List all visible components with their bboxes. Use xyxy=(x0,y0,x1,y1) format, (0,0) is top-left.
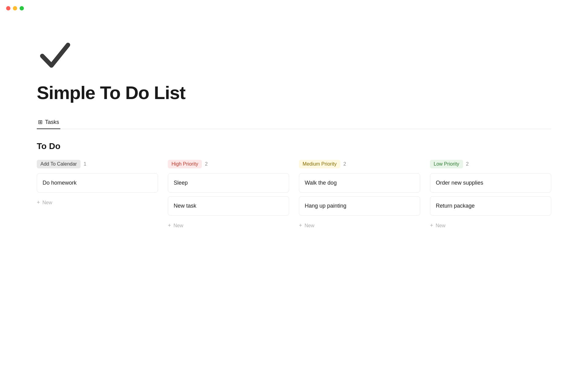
page-icon xyxy=(37,37,551,75)
column-header-high: High Priority 2 xyxy=(168,160,289,168)
column-header-low: Low Priority 2 xyxy=(430,160,551,168)
plus-icon: + xyxy=(37,199,40,206)
column-high-priority: High Priority 2 Sleep New task + New xyxy=(168,160,289,231)
new-button-high[interactable]: + New xyxy=(168,220,289,231)
tab-tasks[interactable]: ⊞ Tasks xyxy=(37,116,60,129)
card-order-new-supplies[interactable]: Order new supplies xyxy=(430,173,551,193)
new-label-high: New xyxy=(174,223,183,228)
plus-icon-high: + xyxy=(168,222,171,229)
tag-high-priority: High Priority xyxy=(168,160,202,168)
plus-icon-medium: + xyxy=(299,222,302,229)
tab-bar: ⊞ Tasks xyxy=(37,116,551,129)
column-low-priority: Low Priority 2 Order new supplies Return… xyxy=(430,160,551,231)
count-medium: 2 xyxy=(343,161,346,167)
card-do-homework[interactable]: Do homework xyxy=(37,173,158,193)
traffic-lights xyxy=(6,6,24,10)
column-header-calendar: Add To Calendar 1 xyxy=(37,160,158,168)
table-icon: ⊞ xyxy=(38,119,43,125)
count-low: 2 xyxy=(466,161,469,167)
card-sleep[interactable]: Sleep xyxy=(168,173,289,193)
column-header-medium: Medium Priority 2 xyxy=(299,160,420,168)
close-button[interactable] xyxy=(6,6,10,10)
kanban-board: Add To Calendar 1 Do homework + New High… xyxy=(37,160,551,231)
card-new-task[interactable]: New task xyxy=(168,196,289,216)
count-calendar: 1 xyxy=(84,161,86,167)
new-button-calendar[interactable]: + New xyxy=(37,197,158,208)
new-label-low: New xyxy=(436,223,446,228)
card-return-package[interactable]: Return package xyxy=(430,196,551,216)
card-hang-up-painting[interactable]: Hang up painting xyxy=(299,196,420,216)
minimize-button[interactable] xyxy=(13,6,17,10)
new-label-calendar: New xyxy=(43,200,52,205)
maximize-button[interactable] xyxy=(20,6,24,10)
main-content: Simple To Do List ⊞ Tasks To Do Add To C… xyxy=(0,0,588,255)
plus-icon-low: + xyxy=(430,222,433,229)
page-title: Simple To Do List xyxy=(37,82,551,103)
new-label-medium: New xyxy=(305,223,315,228)
tag-add-to-calendar: Add To Calendar xyxy=(37,160,81,168)
new-button-low[interactable]: + New xyxy=(430,220,551,231)
card-walk-the-dog[interactable]: Walk the dog xyxy=(299,173,420,193)
section-title: To Do xyxy=(37,141,551,151)
tab-tasks-label: Tasks xyxy=(45,119,59,125)
count-high: 2 xyxy=(205,161,208,167)
column-add-to-calendar: Add To Calendar 1 Do homework + New xyxy=(37,160,158,231)
column-medium-priority: Medium Priority 2 Walk the dog Hang up p… xyxy=(299,160,420,231)
new-button-medium[interactable]: + New xyxy=(299,220,420,231)
tag-medium-priority: Medium Priority xyxy=(299,160,340,168)
tag-low-priority: Low Priority xyxy=(430,160,463,168)
